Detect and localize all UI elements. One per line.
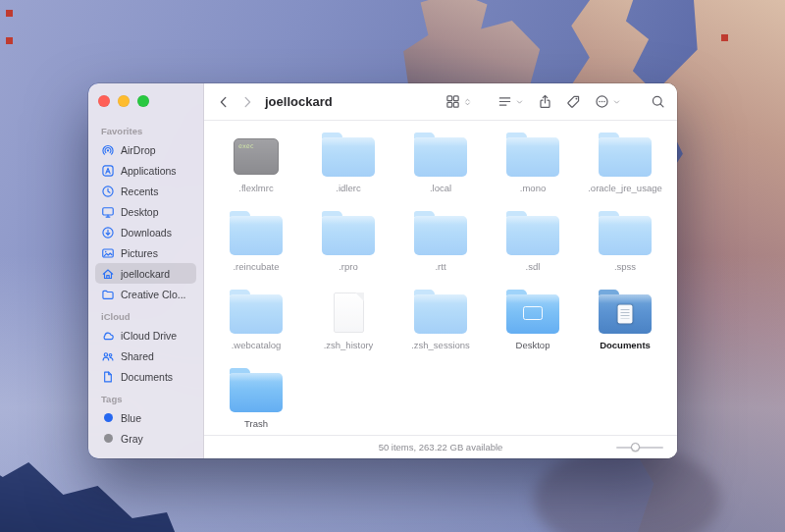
folder-icon bbox=[599, 137, 652, 177]
sidebar-item-gray[interactable]: Gray bbox=[95, 428, 196, 449]
sidebar-item-downloads[interactable]: Downloads bbox=[95, 222, 196, 242]
status-text: 50 items, 263.22 GB available bbox=[379, 442, 503, 452]
file-item-local[interactable]: .local bbox=[394, 131, 487, 197]
file-item-mono[interactable]: .mono bbox=[487, 131, 579, 197]
sidebar-item-documents[interactable]: Documents bbox=[95, 366, 196, 387]
sidebar-sections: FavoritesAirDropApplicationsRecentsDeskt… bbox=[95, 119, 196, 449]
zoom-button[interactable] bbox=[137, 95, 149, 107]
file-label: Trash bbox=[244, 418, 268, 429]
wallpaper-rock-center bbox=[400, 0, 555, 94]
applications-icon bbox=[101, 164, 115, 178]
file-item-zsh-sessions[interactable]: .zsh_sessions bbox=[394, 288, 487, 354]
file-icon-wrap bbox=[322, 209, 375, 256]
group-chevron-down-icon[interactable] bbox=[515, 96, 524, 108]
back-button[interactable] bbox=[216, 94, 232, 110]
sidebar: FavoritesAirDropApplicationsRecentsDeskt… bbox=[88, 83, 204, 458]
document-file-icon bbox=[334, 293, 364, 333]
forward-button[interactable] bbox=[239, 94, 255, 110]
file-label: .reincubate bbox=[233, 261, 279, 272]
sidebar-section-icloud: iCloud bbox=[95, 304, 196, 325]
file-icon-wrap bbox=[322, 131, 375, 178]
icon-size-slider[interactable] bbox=[616, 442, 663, 453]
file-icon-wrap bbox=[414, 131, 467, 178]
file-item-documents[interactable]: Documents bbox=[579, 288, 671, 354]
file-icon-wrap bbox=[230, 288, 283, 335]
group-by-icon[interactable] bbox=[497, 94, 512, 109]
file-icon-wrap bbox=[334, 288, 364, 335]
folder-icon bbox=[599, 216, 652, 255]
sidebar-item-recents[interactable]: Recents bbox=[95, 181, 196, 201]
file-item-spss[interactable]: .spss bbox=[579, 209, 671, 276]
share-icon[interactable] bbox=[538, 94, 552, 109]
file-item-reincubate[interactable]: .reincubate bbox=[210, 209, 302, 276]
file-item-trash[interactable]: Trash bbox=[210, 366, 302, 433]
tag-dot-icon bbox=[101, 411, 115, 425]
desktop-badge-icon bbox=[523, 306, 543, 320]
file-icon-wrap bbox=[506, 209, 559, 256]
file-item-sdl[interactable]: .sdl bbox=[487, 209, 579, 276]
grid-view-icon[interactable] bbox=[445, 94, 460, 109]
file-label: .zsh_sessions bbox=[411, 340, 470, 350]
more-actions-icon[interactable] bbox=[595, 94, 609, 109]
airdrop-icon bbox=[101, 143, 115, 157]
file-label: .zsh_history bbox=[324, 340, 374, 350]
main-panel: joellockard ex bbox=[204, 83, 677, 458]
sidebar-section-tags: Tags bbox=[95, 387, 196, 407]
red-mark bbox=[6, 10, 13, 17]
folder-icon bbox=[414, 294, 467, 334]
file-item-rtt[interactable]: .rtt bbox=[394, 209, 487, 276]
sidebar-item-creative-clo[interactable]: Creative Clo... bbox=[95, 284, 196, 304]
folder-icon bbox=[101, 288, 115, 301]
file-item-desktop[interactable]: Desktop bbox=[487, 288, 579, 354]
red-mark bbox=[721, 34, 728, 41]
file-label: Desktop bbox=[516, 340, 550, 350]
folder-icon bbox=[414, 216, 467, 255]
sidebar-item-pictures[interactable]: Pictures bbox=[95, 242, 196, 263]
file-icon-wrap bbox=[506, 288, 559, 335]
sidebar-item-icloud-drive[interactable]: iCloud Drive bbox=[95, 325, 196, 346]
file-icon-wrap bbox=[414, 209, 467, 256]
sidebar-section-favorites: Favorites bbox=[95, 119, 196, 139]
sidebar-item-desktop[interactable]: Desktop bbox=[95, 201, 196, 222]
sidebar-item-joellockard[interactable]: joellockard bbox=[95, 263, 196, 284]
more-chevron-down-icon[interactable] bbox=[612, 96, 621, 108]
sidebar-item-label: Recents bbox=[121, 186, 159, 197]
downloads-icon bbox=[101, 226, 115, 239]
sidebar-item-shared[interactable]: Shared bbox=[95, 346, 196, 366]
sidebar-item-blue[interactable]: Blue bbox=[95, 407, 196, 428]
search-icon[interactable] bbox=[651, 94, 665, 109]
tag-icon[interactable] bbox=[566, 94, 581, 109]
sidebar-item-airdrop[interactable]: AirDrop bbox=[95, 139, 196, 160]
file-item-oracle-jre-usage[interactable]: .oracle_jre_usage bbox=[579, 131, 671, 197]
file-label: .mono bbox=[520, 183, 546, 193]
file-icon-wrap bbox=[599, 209, 652, 256]
sidebar-item-label: Gray bbox=[121, 433, 143, 445]
window-title: joellockard bbox=[265, 94, 333, 109]
file-item-zsh-history[interactable]: .zsh_history bbox=[302, 288, 394, 354]
clock-icon bbox=[101, 185, 115, 198]
view-sort-chevrons-icon[interactable] bbox=[463, 96, 472, 108]
file-label: .spss bbox=[614, 261, 636, 272]
sidebar-item-label: Downloads bbox=[121, 227, 172, 239]
folder-icon bbox=[230, 373, 283, 412]
sidebar-item-applications[interactable]: Applications bbox=[95, 160, 196, 181]
red-mark bbox=[6, 37, 13, 44]
file-item-rpro[interactable]: .rpro bbox=[302, 209, 394, 276]
sidebar-item-label: iCloud Drive bbox=[121, 330, 177, 342]
home-icon bbox=[101, 267, 115, 281]
sidebar-item-label: Pictures bbox=[121, 247, 158, 259]
file-label: .webcatalog bbox=[232, 340, 282, 350]
close-button[interactable] bbox=[98, 95, 110, 107]
file-item-idlerc[interactable]: .idlerc bbox=[302, 131, 394, 197]
slider-knob[interactable] bbox=[631, 443, 640, 452]
file-label: .idlerc bbox=[336, 183, 360, 193]
minimize-button[interactable] bbox=[118, 95, 130, 107]
shared-icon bbox=[101, 349, 115, 363]
document-badge-icon bbox=[618, 305, 633, 324]
file-icon-wrap: exec bbox=[234, 131, 279, 178]
desktop: FavoritesAirDropApplicationsRecentsDeskt… bbox=[0, 0, 785, 532]
file-item-webcatalog[interactable]: .webcatalog bbox=[210, 288, 302, 354]
toolbar: joellockard bbox=[204, 83, 677, 121]
folder-icon bbox=[599, 294, 652, 334]
file-item-flexlmrc[interactable]: exec.flexlmrc bbox=[210, 131, 302, 197]
